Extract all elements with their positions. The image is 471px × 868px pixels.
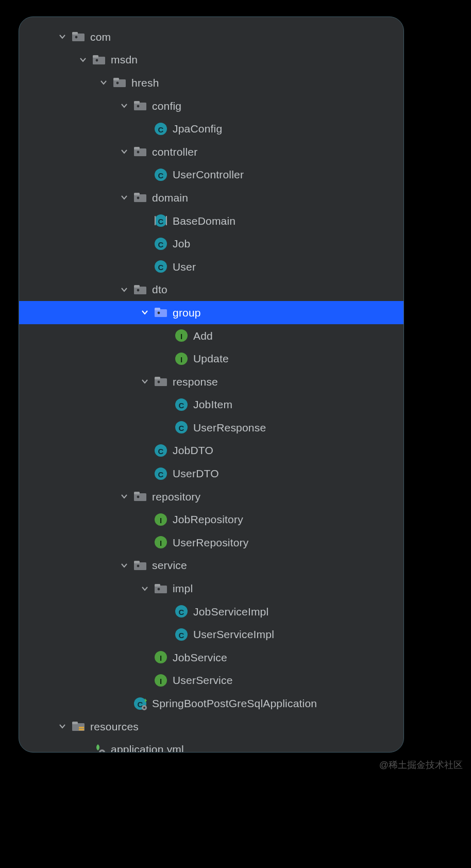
chevron-down-icon[interactable] — [56, 30, 69, 43]
resources-folder-icon — [72, 720, 85, 733]
svg-rect-7 — [113, 78, 119, 80]
class-icon: C — [175, 628, 188, 641]
tree-node[interactable]: group — [19, 301, 403, 324]
chevron-down-icon[interactable] — [139, 582, 151, 595]
svg-rect-10 — [134, 101, 140, 104]
tree-node[interactable]: hresh — [19, 71, 403, 94]
svg-text:C: C — [158, 446, 164, 455]
tree-node[interactable]: com — [19, 25, 403, 48]
project-tree[interactable]: commsdnhreshconfigCJpaConfigcontrollerCU… — [19, 17, 403, 753]
class-icon: C — [175, 398, 188, 411]
svg-text:C: C — [158, 470, 164, 478]
svg-point-2 — [75, 36, 78, 39]
chevron-down-icon[interactable] — [77, 54, 89, 66]
tree-node[interactable]: config — [19, 94, 403, 118]
chevron-down-icon[interactable] — [139, 306, 151, 319]
tree-node[interactable]: IJobService — [19, 646, 403, 669]
svg-rect-49 — [134, 493, 146, 501]
chevron-down-icon[interactable] — [118, 283, 130, 296]
svg-rect-20 — [134, 193, 140, 195]
tree-node[interactable]: CUser — [19, 255, 403, 278]
chevron-down-icon[interactable] — [118, 490, 130, 503]
svg-point-8 — [116, 82, 119, 85]
chevron-down-icon[interactable] — [118, 145, 130, 158]
tree-node[interactable]: domain — [19, 186, 403, 209]
svg-point-5 — [96, 59, 98, 61]
svg-point-74 — [143, 707, 145, 709]
tree-node[interactable]: resources — [19, 715, 403, 738]
tree-node[interactable]: CJob — [19, 232, 403, 255]
svg-rect-38 — [155, 378, 167, 386]
tree-node-label: User — [173, 261, 196, 272]
tree-node[interactable]: IUserRepository — [19, 531, 403, 554]
tree-node[interactable]: IUserService — [19, 669, 403, 692]
tree-node-label: Add — [193, 330, 213, 341]
abstract-class-icon: C — [154, 214, 167, 227]
folder-icon — [133, 283, 147, 296]
svg-rect-28 — [134, 287, 146, 294]
class-icon: C — [154, 122, 167, 136]
chevron-placeholder — [159, 605, 172, 617]
chevron-placeholder — [139, 468, 151, 480]
class-icon: C — [154, 168, 167, 181]
project-tree-panel: commsdnhreshconfigCJpaConfigcontrollerCU… — [19, 16, 404, 753]
chevron-placeholder — [139, 260, 151, 273]
chevron-down-icon[interactable] — [118, 191, 130, 204]
tree-node-label: impl — [173, 583, 193, 594]
svg-text:C: C — [158, 171, 164, 179]
tree-node[interactable]: msdn — [19, 48, 403, 72]
tree-node[interactable]: service — [19, 554, 403, 577]
svg-text:I: I — [180, 332, 182, 341]
tree-node-label: Job — [173, 238, 190, 249]
tree-node[interactable]: CJobDTO — [19, 439, 403, 462]
chevron-down-icon[interactable] — [56, 720, 69, 732]
interface-icon: I — [175, 352, 188, 365]
svg-text:C: C — [158, 240, 164, 248]
svg-point-11 — [137, 105, 140, 108]
svg-rect-1 — [72, 32, 78, 35]
chevron-down-icon[interactable] — [118, 559, 130, 572]
class-icon: C — [154, 444, 167, 457]
class-icon: C — [175, 421, 188, 434]
yaml-file-icon — [92, 743, 106, 753]
tree-node[interactable]: CBaseDomain — [19, 209, 403, 232]
svg-rect-9 — [134, 103, 146, 110]
tree-node-label: service — [152, 560, 187, 571]
tree-node[interactable]: CJobItem — [19, 393, 403, 416]
tree-node[interactable]: response — [19, 370, 403, 393]
svg-point-21 — [137, 197, 140, 199]
tree-node[interactable]: repository — [19, 485, 403, 508]
tree-node-label: controller — [152, 146, 197, 157]
svg-point-61 — [158, 588, 160, 590]
tree-node[interactable]: application.yml — [19, 738, 403, 753]
tree-node-label: response — [173, 376, 218, 387]
svg-rect-0 — [72, 34, 85, 41]
folder-icon — [113, 76, 126, 89]
tree-node-label: JpaConfig — [173, 123, 222, 134]
tree-node[interactable]: IAdd — [19, 324, 403, 347]
chevron-down-icon[interactable] — [118, 99, 130, 112]
chevron-down-icon[interactable] — [97, 76, 110, 89]
tree-node[interactable]: IUpdate — [19, 347, 403, 370]
tree-node-label: UserDTO — [173, 468, 219, 479]
svg-text:I: I — [160, 515, 162, 524]
chevron-down-icon[interactable] — [139, 375, 151, 388]
tree-node[interactable]: CUserResponse — [19, 416, 403, 439]
tree-node[interactable]: controller — [19, 140, 403, 163]
tree-node[interactable]: CUserDTO — [19, 462, 403, 485]
tree-node[interactable]: dto — [19, 278, 403, 302]
tree-node[interactable]: impl — [19, 577, 403, 600]
folder-icon — [133, 559, 147, 572]
tree-node-label: group — [173, 307, 201, 318]
svg-point-33 — [158, 312, 160, 314]
svg-rect-4 — [93, 55, 98, 58]
tree-node[interactable]: CJpaConfig — [19, 117, 403, 140]
chevron-placeholder — [159, 628, 172, 641]
tree-node[interactable]: IJobRepository — [19, 508, 403, 531]
tree-node[interactable]: CJobServiceImpl — [19, 600, 403, 623]
tree-node[interactable]: CUserController — [19, 163, 403, 187]
tree-node[interactable]: CSpringBootPostGreSqlApplication — [19, 692, 403, 715]
tree-node[interactable]: CUserServiceImpl — [19, 623, 403, 646]
chevron-placeholder — [139, 123, 151, 135]
svg-rect-31 — [155, 309, 167, 317]
